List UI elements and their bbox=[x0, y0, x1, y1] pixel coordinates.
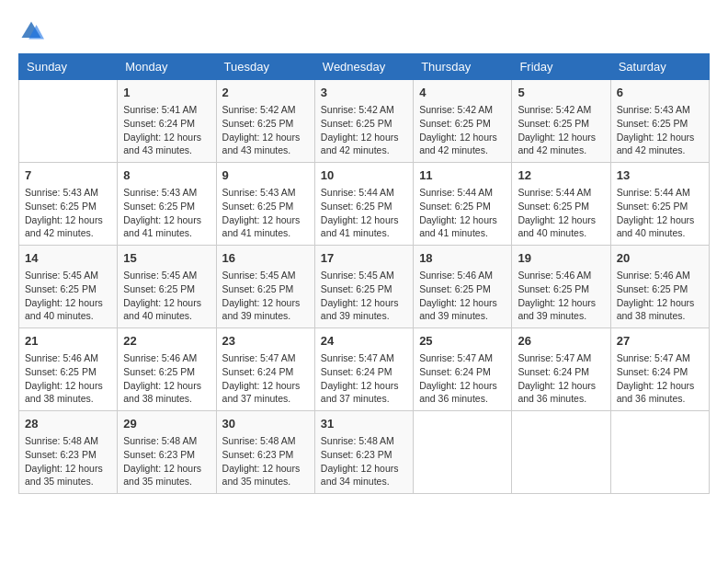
day-number: 28 bbox=[25, 416, 111, 432]
calendar-cell: 7Sunrise: 5:43 AM Sunset: 6:25 PM Daylig… bbox=[19, 163, 118, 246]
calendar-cell: 26Sunrise: 5:47 AM Sunset: 6:24 PM Dayli… bbox=[512, 328, 610, 411]
calendar-cell: 30Sunrise: 5:48 AM Sunset: 6:23 PM Dayli… bbox=[216, 411, 314, 494]
cell-content: Sunrise: 5:44 AM Sunset: 6:25 PM Dayligh… bbox=[617, 186, 703, 240]
calendar-cell: 31Sunrise: 5:48 AM Sunset: 6:23 PM Dayli… bbox=[314, 411, 413, 494]
header-cell-sunday: Sunday bbox=[19, 54, 118, 80]
day-number: 19 bbox=[518, 250, 604, 267]
cell-content: Sunrise: 5:42 AM Sunset: 6:25 PM Dayligh… bbox=[222, 103, 309, 157]
day-number: 14 bbox=[25, 250, 111, 267]
cell-content: Sunrise: 5:48 AM Sunset: 6:23 PM Dayligh… bbox=[25, 434, 111, 488]
calendar-cell bbox=[414, 411, 512, 494]
week-row-1: 1Sunrise: 5:41 AM Sunset: 6:24 PM Daylig… bbox=[19, 80, 710, 163]
cell-content: Sunrise: 5:45 AM Sunset: 6:25 PM Dayligh… bbox=[321, 269, 407, 323]
day-number: 15 bbox=[123, 250, 210, 267]
calendar-cell: 14Sunrise: 5:45 AM Sunset: 6:25 PM Dayli… bbox=[19, 246, 118, 328]
cell-content: Sunrise: 5:47 AM Sunset: 6:24 PM Dayligh… bbox=[321, 351, 407, 406]
header-cell-thursday: Thursday bbox=[414, 54, 512, 80]
header-cell-wednesday: Wednesday bbox=[314, 54, 413, 80]
cell-content: Sunrise: 5:43 AM Sunset: 6:25 PM Dayligh… bbox=[123, 186, 210, 240]
cell-content: Sunrise: 5:48 AM Sunset: 6:23 PM Dayligh… bbox=[321, 434, 407, 488]
calendar-cell: 13Sunrise: 5:44 AM Sunset: 6:25 PM Dayli… bbox=[610, 163, 709, 246]
day-number: 11 bbox=[419, 167, 506, 184]
calendar-cell: 29Sunrise: 5:48 AM Sunset: 6:23 PM Dayli… bbox=[118, 411, 216, 494]
day-number: 2 bbox=[222, 85, 309, 101]
day-number: 29 bbox=[123, 416, 210, 432]
day-number: 24 bbox=[321, 333, 407, 350]
calendar-cell: 3Sunrise: 5:42 AM Sunset: 6:25 PM Daylig… bbox=[314, 80, 413, 163]
calendar-cell: 19Sunrise: 5:46 AM Sunset: 6:25 PM Dayli… bbox=[512, 246, 610, 328]
calendar-cell: 15Sunrise: 5:45 AM Sunset: 6:25 PM Dayli… bbox=[118, 246, 216, 328]
cell-content: Sunrise: 5:47 AM Sunset: 6:24 PM Dayligh… bbox=[419, 351, 506, 406]
day-number: 12 bbox=[518, 167, 604, 184]
calendar-cell: 12Sunrise: 5:44 AM Sunset: 6:25 PM Dayli… bbox=[512, 163, 610, 246]
cell-content: Sunrise: 5:47 AM Sunset: 6:24 PM Dayligh… bbox=[617, 351, 703, 406]
cell-content: Sunrise: 5:42 AM Sunset: 6:25 PM Dayligh… bbox=[518, 103, 604, 157]
calendar-cell: 24Sunrise: 5:47 AM Sunset: 6:24 PM Dayli… bbox=[314, 328, 413, 411]
header-cell-tuesday: Tuesday bbox=[216, 54, 314, 80]
cell-content: Sunrise: 5:41 AM Sunset: 6:24 PM Dayligh… bbox=[123, 103, 210, 157]
cell-content: Sunrise: 5:46 AM Sunset: 6:25 PM Dayligh… bbox=[123, 351, 210, 406]
week-row-3: 14Sunrise: 5:45 AM Sunset: 6:25 PM Dayli… bbox=[19, 246, 710, 328]
calendar-cell: 21Sunrise: 5:46 AM Sunset: 6:25 PM Dayli… bbox=[19, 328, 118, 411]
cell-content: Sunrise: 5:44 AM Sunset: 6:25 PM Dayligh… bbox=[518, 186, 604, 240]
day-number: 20 bbox=[617, 250, 703, 267]
day-number: 3 bbox=[321, 85, 407, 101]
calendar-cell: 11Sunrise: 5:44 AM Sunset: 6:25 PM Dayli… bbox=[414, 163, 512, 246]
logo bbox=[18, 18, 48, 44]
cell-content: Sunrise: 5:45 AM Sunset: 6:25 PM Dayligh… bbox=[25, 269, 111, 323]
calendar-cell: 22Sunrise: 5:46 AM Sunset: 6:25 PM Dayli… bbox=[118, 328, 216, 411]
calendar-cell: 5Sunrise: 5:42 AM Sunset: 6:25 PM Daylig… bbox=[512, 80, 610, 163]
logo-icon bbox=[18, 18, 44, 44]
cell-content: Sunrise: 5:46 AM Sunset: 6:25 PM Dayligh… bbox=[25, 351, 111, 406]
calendar-cell: 16Sunrise: 5:45 AM Sunset: 6:25 PM Dayli… bbox=[216, 246, 314, 328]
header-cell-monday: Monday bbox=[118, 54, 216, 80]
cell-content: Sunrise: 5:44 AM Sunset: 6:25 PM Dayligh… bbox=[321, 186, 407, 240]
day-number: 27 bbox=[617, 333, 703, 350]
day-number: 6 bbox=[617, 85, 703, 101]
cell-content: Sunrise: 5:44 AM Sunset: 6:25 PM Dayligh… bbox=[419, 186, 506, 240]
week-row-2: 7Sunrise: 5:43 AM Sunset: 6:25 PM Daylig… bbox=[19, 163, 710, 246]
header-row: SundayMondayTuesdayWednesdayThursdayFrid… bbox=[19, 54, 710, 80]
calendar-cell: 18Sunrise: 5:46 AM Sunset: 6:25 PM Dayli… bbox=[414, 246, 512, 328]
cell-content: Sunrise: 5:45 AM Sunset: 6:25 PM Dayligh… bbox=[222, 269, 309, 323]
calendar-table: SundayMondayTuesdayWednesdayThursdayFrid… bbox=[18, 53, 710, 494]
calendar-cell: 20Sunrise: 5:46 AM Sunset: 6:25 PM Dayli… bbox=[610, 246, 709, 328]
cell-content: Sunrise: 5:47 AM Sunset: 6:24 PM Dayligh… bbox=[518, 351, 604, 406]
cell-content: Sunrise: 5:46 AM Sunset: 6:25 PM Dayligh… bbox=[518, 269, 604, 323]
calendar-cell: 4Sunrise: 5:42 AM Sunset: 6:25 PM Daylig… bbox=[414, 80, 512, 163]
day-number: 13 bbox=[617, 167, 703, 184]
cell-content: Sunrise: 5:43 AM Sunset: 6:25 PM Dayligh… bbox=[25, 186, 111, 240]
calendar-cell bbox=[610, 411, 709, 494]
calendar-cell bbox=[19, 80, 118, 163]
day-number: 10 bbox=[321, 167, 407, 184]
calendar-cell: 17Sunrise: 5:45 AM Sunset: 6:25 PM Dayli… bbox=[314, 246, 413, 328]
page-header bbox=[18, 18, 710, 44]
day-number: 5 bbox=[518, 85, 604, 101]
day-number: 22 bbox=[123, 333, 210, 350]
cell-content: Sunrise: 5:42 AM Sunset: 6:25 PM Dayligh… bbox=[419, 103, 506, 157]
week-row-4: 21Sunrise: 5:46 AM Sunset: 6:25 PM Dayli… bbox=[19, 328, 710, 411]
calendar-cell: 28Sunrise: 5:48 AM Sunset: 6:23 PM Dayli… bbox=[19, 411, 118, 494]
day-number: 21 bbox=[25, 333, 111, 350]
calendar-cell: 27Sunrise: 5:47 AM Sunset: 6:24 PM Dayli… bbox=[610, 328, 709, 411]
cell-content: Sunrise: 5:47 AM Sunset: 6:24 PM Dayligh… bbox=[222, 351, 309, 406]
day-number: 8 bbox=[123, 167, 210, 184]
day-number: 4 bbox=[419, 85, 506, 101]
header-cell-saturday: Saturday bbox=[610, 54, 709, 80]
cell-content: Sunrise: 5:46 AM Sunset: 6:25 PM Dayligh… bbox=[419, 269, 506, 323]
day-number: 1 bbox=[123, 85, 210, 101]
cell-content: Sunrise: 5:42 AM Sunset: 6:25 PM Dayligh… bbox=[321, 103, 407, 157]
cell-content: Sunrise: 5:45 AM Sunset: 6:25 PM Dayligh… bbox=[123, 269, 210, 323]
cell-content: Sunrise: 5:48 AM Sunset: 6:23 PM Dayligh… bbox=[222, 434, 309, 488]
calendar-cell: 25Sunrise: 5:47 AM Sunset: 6:24 PM Dayli… bbox=[414, 328, 512, 411]
calendar-cell: 6Sunrise: 5:43 AM Sunset: 6:25 PM Daylig… bbox=[610, 80, 709, 163]
header-cell-friday: Friday bbox=[512, 54, 610, 80]
cell-content: Sunrise: 5:43 AM Sunset: 6:25 PM Dayligh… bbox=[617, 103, 703, 157]
day-number: 26 bbox=[518, 333, 604, 350]
calendar-cell bbox=[512, 411, 610, 494]
day-number: 25 bbox=[419, 333, 506, 350]
calendar-cell: 2Sunrise: 5:42 AM Sunset: 6:25 PM Daylig… bbox=[216, 80, 314, 163]
calendar-cell: 10Sunrise: 5:44 AM Sunset: 6:25 PM Dayli… bbox=[314, 163, 413, 246]
cell-content: Sunrise: 5:43 AM Sunset: 6:25 PM Dayligh… bbox=[222, 186, 309, 240]
day-number: 23 bbox=[222, 333, 309, 350]
